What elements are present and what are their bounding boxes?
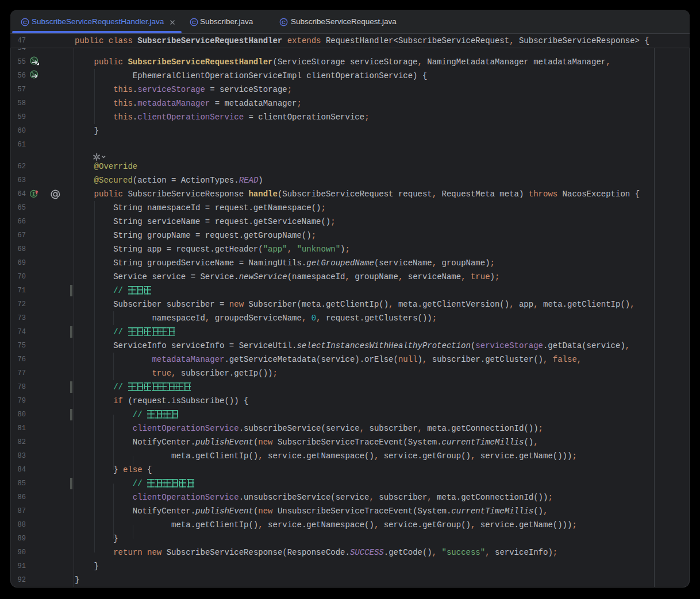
svg-text:C: C bbox=[23, 19, 27, 25]
svg-text:C: C bbox=[192, 19, 196, 25]
svg-text:C: C bbox=[282, 19, 286, 25]
